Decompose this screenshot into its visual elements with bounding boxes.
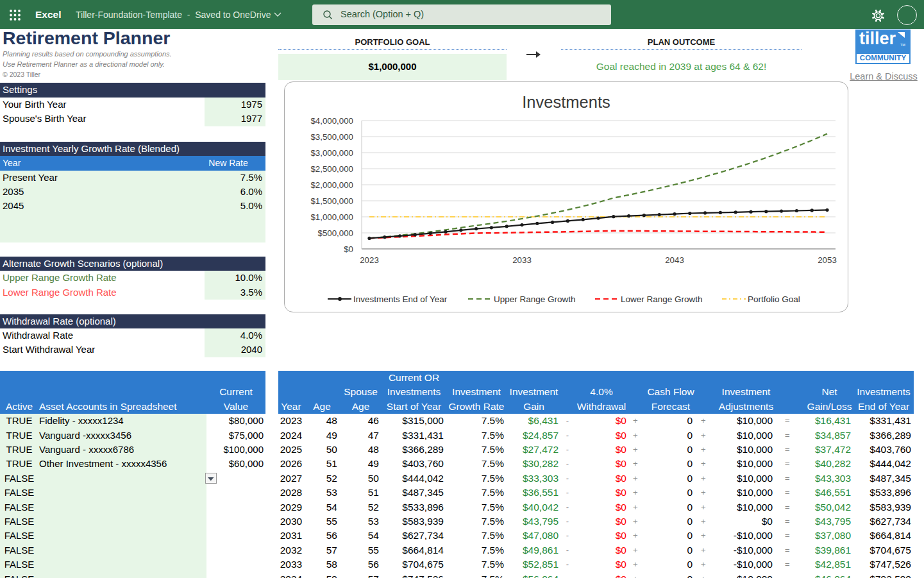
svg-text:$3,000,000: $3,000,000 [310,148,353,158]
svg-text:2053: 2053 [818,255,837,265]
svg-text:2043: 2043 [665,255,684,265]
svg-text:$1,500,000: $1,500,000 [310,196,353,206]
svg-text:$3,500,000: $3,500,000 [310,132,353,142]
svg-text:2023: 2023 [360,255,379,265]
svg-text:$1,000,000: $1,000,000 [310,212,353,222]
svg-text:$2,000,000: $2,000,000 [310,180,353,190]
svg-text:$500,000: $500,000 [318,228,353,238]
svg-text:Investments: Investments [522,93,610,111]
svg-text:$2,500,000: $2,500,000 [310,164,353,174]
svg-text:Upper Range Growth: Upper Range Growth [494,294,576,304]
svg-text:Lower Range Growth: Lower Range Growth [621,294,703,304]
svg-text:$4,000,000: $4,000,000 [310,116,353,126]
svg-text:2033: 2033 [512,255,532,265]
svg-text:Portfolio Goal: Portfolio Goal [748,294,800,304]
svg-text:$0: $0 [344,244,353,254]
svg-text:Investments End of Year: Investments End of Year [353,294,448,304]
